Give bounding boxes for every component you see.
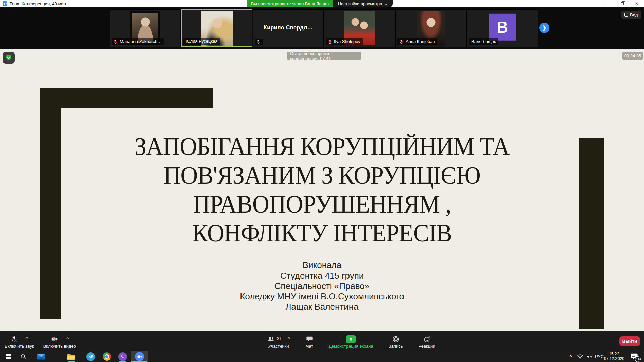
participants-label: Участники	[268, 344, 289, 349]
unmute-audio-button[interactable]: ^ Включить звук	[5, 334, 34, 349]
taskbar-search-button[interactable]	[15, 351, 32, 362]
slide-title: ЗАПОБІГАННЯ КОРУПЦІЙНИМ ТА ПОВ'ЯЗАНИМ З …	[13, 132, 631, 247]
tray-hidden-icons-chevron[interactable]: ^	[566, 351, 575, 362]
taskbar-file-explorer-app[interactable]	[63, 351, 79, 362]
taskbar-telegram-app[interactable]	[83, 351, 99, 362]
view-layout-label: Вид	[630, 12, 638, 17]
participant-tile-anna[interactable]: Анна Кацюбан	[395, 9, 467, 47]
muted-camera-icon	[50, 335, 59, 343]
search-icon	[20, 353, 27, 360]
chevron-down-icon: ⌄	[384, 2, 388, 5]
taskbar-zoom-app-active[interactable]	[131, 351, 148, 362]
participants-icon	[267, 335, 275, 343]
muted-mic-icon	[113, 39, 118, 44]
slide-subtitle-line: Коледжу МНУ імені В.О.Сухомлинського	[0, 291, 644, 302]
chrome-icon	[103, 352, 111, 361]
reactions-smiley-icon	[423, 335, 431, 343]
windows-logo-icon	[6, 354, 11, 359]
muted-mic-icon	[256, 39, 261, 44]
taskbar-mail-app[interactable]	[33, 351, 49, 362]
restore-icon	[621, 2, 624, 5]
participant-filmstrip: Marianna Zakharch… Юлия Русецкая Кирило …	[0, 7, 644, 49]
participant-name: Валя Лащак	[471, 39, 496, 44]
notification-center-button[interactable]: 19	[631, 353, 639, 361]
start-button[interactable]	[0, 351, 16, 362]
slide-subtitle-line: Виконала	[0, 260, 644, 270]
shared-screen-slide: ЗАПОБІГАННЯ КОРУПЦІЙНИМ ТА ПОВ'ЯЗАНИМ З …	[0, 49, 644, 331]
view-settings-label: Настройки просмотра	[338, 1, 382, 6]
restore-button[interactable]	[614, 0, 629, 7]
muted-mic-icon	[399, 39, 404, 44]
participant-name-label: Ilya Shelepov	[326, 38, 363, 45]
zoom-meeting-window: Zoom Конференция, 40 мин Вы просматривае…	[0, 0, 644, 362]
view-settings-button[interactable]: Настройки просмотра ⌄	[333, 0, 393, 7]
close-button[interactable]: ✕	[629, 0, 644, 7]
participant-tile-marianna[interactable]: Marianna Zakharch…	[110, 9, 181, 47]
slide-title-line: КОНФЛІКТУ ІНТЕРЕСІВ	[13, 219, 631, 247]
leave-meeting-button[interactable]: Выйти	[619, 336, 640, 346]
participant-tile-yuliya-active-speaker[interactable]: Юлия Русецкая	[181, 9, 252, 47]
reactions-button[interactable]: Реакции	[418, 334, 435, 349]
zoom-camera-icon	[135, 352, 144, 361]
record-label: Запись	[389, 344, 403, 349]
slide-subtitle-line: Спеціальності «Право»	[0, 281, 644, 291]
slide-subtitle-line: Лащак Валентина	[0, 302, 644, 312]
participant-name: Marianna Zakharch…	[120, 39, 162, 44]
volume-icon[interactable]	[585, 351, 594, 362]
record-button[interactable]: Запись	[389, 334, 403, 349]
participant-name: Анна Кацюбан	[406, 39, 435, 44]
tray-time: 15:22	[604, 352, 625, 356]
window-title-bar: Zoom Конференция, 40 мин Вы просматривае…	[0, 0, 644, 7]
participant-name-label: Анна Кацюбан	[397, 38, 437, 45]
share-screen-label: Демонстрация экрана	[329, 344, 373, 349]
toolbar-center-group: 21 ^ Участники Чат Демонстрация экрана	[267, 334, 435, 349]
participant-name: Юлия Русецкая	[186, 39, 218, 44]
slide-decor-bar-top-left	[40, 88, 213, 108]
tray-date: 07.12.2020	[604, 356, 625, 361]
participant-tile-kyrylo[interactable]: Кирило Свердл…	[253, 9, 324, 47]
unmute-audio-label: Включить звук	[5, 344, 34, 349]
shield-check-icon	[5, 54, 12, 61]
view-layout-button[interactable]: Вид	[621, 11, 641, 19]
share-screen-button[interactable]: Демонстрация экрана	[329, 334, 373, 349]
participant-name: Кирило Свердл…	[253, 25, 323, 31]
chat-button[interactable]: Чат	[306, 334, 313, 349]
start-video-label: Включить видео	[43, 344, 76, 349]
slide-title-line: ПРАВОПОРУШЕННЯМ ,	[13, 190, 631, 219]
screen-share-banner: Вы просматриваете экран Валя Лащак	[247, 0, 333, 7]
taskbar-viber-app[interactable]	[115, 351, 131, 362]
slide-title-line: ПОВ'ЯЗАНИМ З КОРУПЦІЄЮ	[13, 161, 631, 190]
minimize-button[interactable]: —	[600, 0, 614, 7]
participant-tile-valya[interactable]: B Валя Лащак	[467, 9, 538, 47]
taskbar-chrome-app[interactable]	[99, 351, 115, 362]
file-explorer-icon	[67, 353, 76, 360]
chat-icon	[306, 335, 313, 343]
start-video-button[interactable]: ^ Включить видео	[43, 334, 76, 349]
chat-label: Чат	[306, 344, 313, 349]
slide-subtitle: Виконала Студентка 415 групи Спеціальнос…	[0, 260, 644, 312]
video-options-chevron[interactable]: ^	[66, 336, 69, 341]
remaining-time-pill: Оставшееся время конференции: 07:41	[287, 52, 361, 60]
tray-clock[interactable]: 15:22 07.12.2020	[604, 352, 625, 362]
next-page-arrow-button[interactable]: ❯	[539, 23, 549, 33]
reactions-label: Реакции	[418, 344, 435, 349]
notification-count-badge: 19	[635, 356, 641, 362]
mail-icon	[37, 353, 45, 360]
participants-button[interactable]: 21 ^ Участники	[267, 334, 290, 349]
window-controls: — ✕	[600, 0, 644, 7]
participants-options-chevron[interactable]: ^	[288, 336, 290, 341]
tray-language-indicator[interactable]: РУС	[594, 351, 605, 362]
participants-count-badge: 21	[277, 337, 281, 341]
telegram-icon	[86, 352, 95, 361]
participant-name-label: Валя Лащак	[469, 38, 498, 45]
participant-tile-ilya[interactable]: Ilya Shelepov	[324, 9, 395, 47]
toolbar-left-group: ^ Включить звук ^ Включить видео	[5, 334, 76, 349]
muted-mic-icon	[328, 39, 332, 44]
audio-options-chevron[interactable]: ^	[26, 336, 28, 341]
viber-icon	[118, 352, 127, 361]
title-bar-left: Zoom Конференция, 40 мин	[3, 0, 66, 7]
encryption-shield-badge[interactable]	[3, 52, 15, 64]
wifi-icon[interactable]	[576, 351, 584, 362]
slide-title-line: ЗАПОБІГАННЯ КОРУПЦІЙНИМ ТА	[13, 132, 631, 161]
participant-name: Ilya Shelepov	[334, 39, 360, 44]
